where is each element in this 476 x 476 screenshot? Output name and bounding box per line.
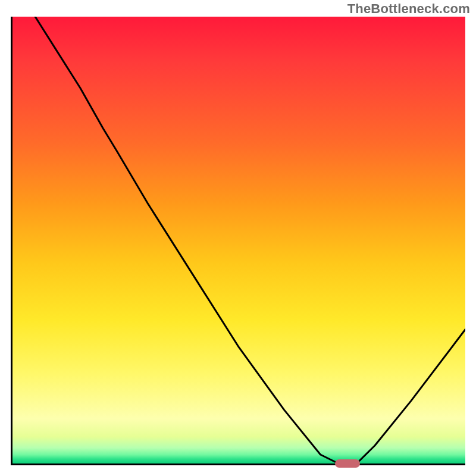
- background-gradient: [12, 17, 465, 464]
- chart-container: TheBottleneck.com: [0, 0, 476, 476]
- plot-area: [11, 17, 465, 465]
- optimum-marker: [335, 459, 360, 468]
- watermark-text: TheBottleneck.com: [347, 1, 470, 17]
